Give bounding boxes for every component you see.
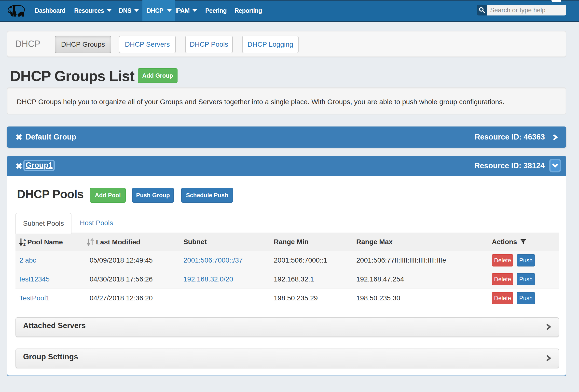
svg-text:Z: Z (23, 242, 26, 246)
svg-text:A: A (23, 238, 26, 242)
